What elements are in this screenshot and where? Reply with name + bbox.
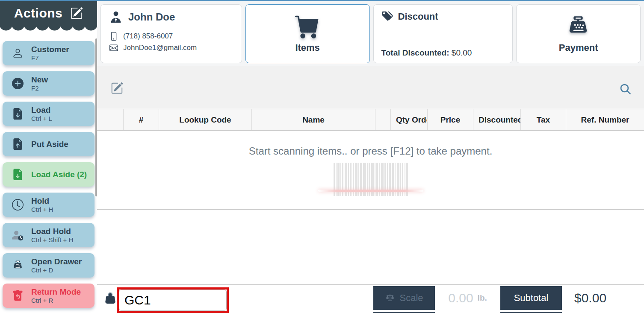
load-button[interactable]: LoadCtrl + L [3,102,95,126]
total-discounted-value: $0.00 [452,48,472,57]
open-drawer-button[interactable]: Open DrawerCtrl + D [3,253,95,278]
scan-input-highlight [117,287,229,313]
sidebar-header: Actions [0,0,97,26]
button-label: Put Aside [31,140,68,149]
clock-icon [12,199,24,211]
weight-value: 0.00 [448,291,473,305]
button-shortcut: Ctrl + L [31,115,52,122]
top-cards-row: John Doe (718) 858-6007 JohnDoe1@gmail.c… [97,1,644,66]
grid-toolbar [97,66,644,109]
person-clock-icon [12,229,24,241]
load-hold-button[interactable]: Load HoldCtrl + Shift + H [3,223,95,247]
button-label: Load Aside (2) [31,170,87,179]
column-header-tax: Tax [521,109,566,130]
customer-card[interactable]: John Doe (718) 858-6007 JohnDoe1@gmail.c… [100,4,242,63]
grid-divider [97,209,644,210]
button-shortcut: Ctrl + Shift + H [31,236,73,243]
items-table-header: # Lookup Code Name Qty Ordered Price Dis… [97,109,644,131]
cash-register-icon [565,14,592,39]
button-label: Open Drawer [31,257,82,266]
scale-button[interactable]: Scale [373,286,435,310]
discount-tab-card[interactable]: Discount Total Discounted: $0.00 [373,4,513,63]
subtotal-label: Subtotal [514,293,549,304]
column-header-name: Name [252,109,375,130]
column-header-qty-ordered: Qty Ordered [391,109,428,130]
pos-app: Actions CustomerF7 NewF2 [0,0,644,313]
button-label: Hold [31,196,53,206]
scalloped-edge [0,26,97,32]
scanline-graphic [318,190,423,192]
sidebar-scrollbar[interactable] [95,38,97,196]
button-shortcut: Ctrl + H [31,206,53,213]
button-label: Load [31,105,52,115]
total-discounted: Total Discounted: $0.00 [381,48,472,58]
sidebar-title: Actions [14,6,63,20]
edit-actions-icon[interactable] [70,7,83,20]
file-download-icon [12,108,24,120]
column-header-spacer [375,109,391,130]
weight-display: 0.00 lb. [436,286,499,310]
customer-phone: (718) 858-6007 [123,32,173,41]
cash-register-icon [12,260,24,271]
bottom-bar: Scale 0.00 lb. Subtotal $0.00 [97,284,644,313]
return-mode-button[interactable]: Return ModeCtrl + R [3,284,95,308]
scale-label: Scale [399,293,423,304]
payment-tab-card[interactable]: Payment [516,4,641,63]
total-discounted-label: Total Discounted: [381,48,449,57]
envelope-icon [109,44,118,52]
customer-button[interactable]: CustomerF7 [3,41,95,65]
button-shortcut: Ctrl + D [31,266,82,274]
empty-state-message: Start scanning items.. or press [F12] to… [97,145,644,157]
discount-tab-label: Discount [398,11,438,22]
phone-icon [109,32,118,41]
tags-icon [381,11,393,22]
bag-icon [105,293,116,304]
subtotal-value: $0.00 [574,291,606,305]
person-tie-icon [109,11,122,23]
customer-email: JohnDoe1@gmail.com [123,44,197,52]
payment-tab-label: Payment [559,42,598,53]
file-upload-icon [12,138,24,150]
column-header-discounted: Discounted [473,109,521,130]
actions-sidebar: Actions CustomerF7 NewF2 [0,0,97,313]
sidebar-actions-list: CustomerF7 NewF2 LoadCtrl + L Put Aside [0,32,97,308]
button-label: Customer [31,45,69,54]
items-tab-label: Items [295,42,319,53]
trash-return-icon [12,290,24,301]
scan-input[interactable] [119,290,227,311]
column-header-blank [97,109,124,130]
search-icon[interactable] [620,83,631,95]
hold-button[interactable]: HoldCtrl + H [3,193,95,217]
customer-name: John Doe [128,11,175,23]
edit-grid-icon[interactable] [111,82,123,94]
new-button[interactable]: NewF2 [3,71,95,96]
button-shortcut: F7 [31,54,69,61]
column-header-number: # [124,109,159,130]
plus-circle-icon [12,78,24,89]
button-label: Load Hold [31,227,73,236]
button-label: Return Mode [31,287,81,297]
totals-blocks: Scale 0.00 lb. Subtotal $0.00 [373,286,644,313]
column-header-ref-number: Ref. Number [566,109,644,130]
main-content: John Doe (718) 858-6007 JohnDoe1@gmail.c… [97,1,644,313]
items-tab-card[interactable]: Items [245,4,370,63]
subtotal-label-block: Subtotal [500,286,562,310]
top-accent-strip [0,0,644,1]
scale-icon [385,293,395,303]
subtotal-value-block: $0.00 [563,286,644,310]
load-aside-button[interactable]: Load Aside (2) [3,162,95,187]
cart-icon [294,14,321,39]
button-shortcut: Ctrl + R [31,297,81,304]
button-shortcut: F2 [31,85,48,92]
file-download-icon [12,169,24,180]
person-icon [12,47,24,59]
weight-unit: lb. [478,293,487,303]
column-header-lookup-code: Lookup Code [159,109,252,130]
button-label: New [31,75,48,85]
column-header-price: Price [428,109,473,130]
put-aside-button[interactable]: Put Aside [3,132,95,156]
